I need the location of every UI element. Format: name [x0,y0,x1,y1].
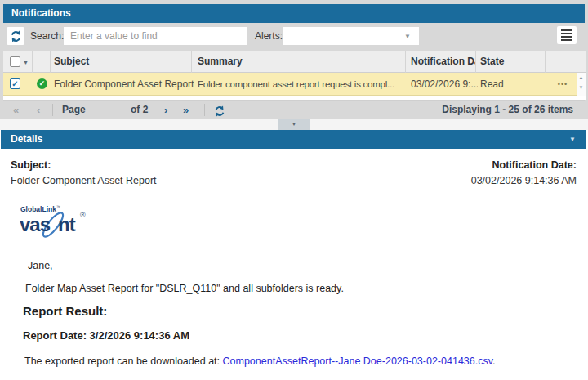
column-header-state[interactable]: State [476,51,546,73]
message-greeting: Jane, [28,260,53,271]
row-checkbox[interactable]: ✓ [10,78,20,89]
prev-page-button[interactable]: ‹ [37,101,40,120]
column-header-actions [546,51,577,73]
download-line: The exported report can be downloaded at… [24,355,496,367]
row-notification-date: 03/02/2026 9:... [411,73,478,96]
notification-date-field-value: 03/02/2026 9:14:36 AM [471,175,577,186]
column-header-notification-date[interactable]: Notification Date [406,51,476,73]
success-icon: ✓ [37,78,47,89]
grid-header-row: ▼ Subject Summary Notification Date Stat… [3,51,586,73]
download-prefix-text: The exported report can be downloaded at… [24,355,223,367]
alerts-label: Alerts: [255,27,283,45]
logo-brand-text: GlobalLink [20,205,56,213]
column-header-summary[interactable]: Summary [192,51,406,73]
logo-product-left: vas [20,213,51,235]
next-page-button[interactable]: › [164,101,167,120]
chevron-down-icon: ▼ [404,33,411,40]
status-column-header[interactable] [33,51,51,73]
message-body: Folder Map Asset Report for "DSLR_Q110" … [25,283,344,294]
separator [52,104,53,116]
separator [204,104,205,116]
logo-tm-mark: ™ [56,204,60,209]
splitter-collapse-icon: ▼ [292,121,297,127]
vasont-logo: GlobalLink ™ vas nt ® [18,199,100,245]
download-report-link[interactable]: ComponentAssetReport--Jane Doe-2026-03-0… [223,355,493,367]
select-all-column-header[interactable]: ▼ [3,51,33,73]
collapse-details-icon[interactable]: ▼ [569,130,576,149]
displaying-status: Displaying 1 - 25 of 26 items [442,101,573,120]
refresh-button[interactable] [7,27,24,45]
column-menu-arrow-icon[interactable]: ▼ [23,51,29,73]
report-result-heading: Report Result: [23,304,107,318]
logo-product-right: nt [58,213,76,235]
report-date-line: Report Date: 3/2/2026 9:14:36 AM [23,329,189,342]
notifications-title: Notifications [11,7,71,19]
notifications-screen: Notifications Search: Alerts: ▼ ▼ Subjec… [0,0,588,380]
hamburger-icon [561,29,572,41]
row-state: Read [480,73,546,96]
notification-date-field-label: Notification Date: [492,159,577,171]
details-panel-header[interactable]: Details ▼ [1,130,586,149]
page-count-label: of 2 [131,101,148,120]
subject-field-value: Folder Component Asset Report [11,175,157,186]
column-header-subject[interactable]: Subject [51,51,192,73]
refresh-icon [10,30,22,42]
row-subject: Folder Component Asset Report [54,73,198,96]
grid-menu-button[interactable] [557,26,577,44]
download-suffix-text: . [492,355,495,367]
refresh-icon [214,105,225,117]
details-title: Details [11,133,42,145]
alerts-dropdown[interactable]: ▼ [283,27,419,45]
row-summary: Folder component asset report request is… [198,73,412,96]
logo-registered-mark: ® [80,211,86,219]
splitter-collapse-handle[interactable]: ▼ [278,119,310,130]
row-actions-button[interactable]: ••• [549,73,577,96]
details-body: Subject: Folder Component Asset Report N… [0,149,588,380]
separator [154,104,154,116]
last-page-button[interactable]: » [183,101,189,120]
scroll-down-icon[interactable]: ▼ [577,85,586,90]
panel-splitter[interactable]: ▼ [0,119,588,130]
subject-field-label: Subject: [11,159,51,171]
first-page-button[interactable]: « [13,101,19,120]
notifications-panel-header: Notifications [3,4,585,23]
grid-body: ✓ ✓ Folder Component Asset Report Folder… [3,73,586,100]
scroll-up-icon[interactable]: ▲ [577,75,586,80]
table-row[interactable]: ✓ ✓ Folder Component Asset Report Folder… [3,73,577,96]
page-label: Page [62,101,86,120]
pagination-bar: « ‹ Page of 2 › » Displaying 1 - 25 of 2… [3,100,585,119]
search-label: Search: [30,27,64,45]
select-all-checkbox[interactable] [10,56,20,67]
search-input[interactable] [64,27,247,45]
grid-scrollbar[interactable]: ▲ ▼ [577,73,586,96]
